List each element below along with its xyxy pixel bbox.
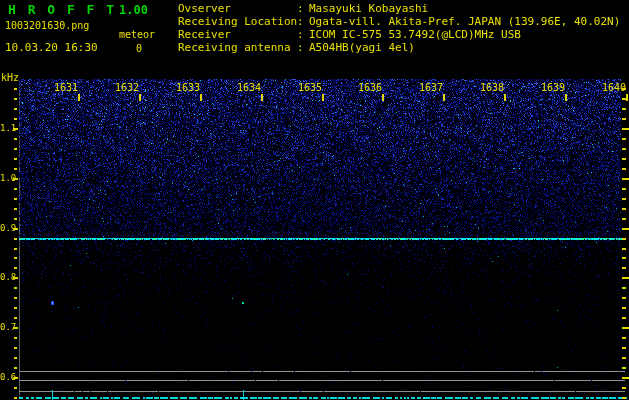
freq-tick-label: 1.1 xyxy=(0,123,13,134)
time-tick-label: 1639 xyxy=(539,82,565,93)
info-value: Masayuki Kobayashi xyxy=(309,2,428,15)
time-tick-label: 1640 xyxy=(600,82,626,93)
freq-tick-label: 0.9 xyxy=(0,223,13,234)
frequency-unit-label: kHz xyxy=(1,72,19,83)
time-tick-label: 1637 xyxy=(417,82,443,93)
info-label: Receiver xyxy=(178,28,297,41)
info-row: Receiving antenna:A504HB(yagi 4el) xyxy=(178,41,620,54)
station-info-block: Ovserver:Masayuki KobayashiReceiving Loc… xyxy=(178,2,620,54)
info-colon: : xyxy=(297,28,309,41)
freq-tick-label: 0.8 xyxy=(0,272,13,283)
time-tick-label: 1636 xyxy=(356,82,382,93)
freq-tick-label: 1.0 xyxy=(0,173,13,184)
info-label: Receiving Location xyxy=(178,15,297,28)
info-row: Receiver:ICOM IC-575 53.7492(@LCD)MHz US… xyxy=(178,28,620,41)
info-label: Receiving antenna xyxy=(178,41,297,54)
info-label: Ovserver xyxy=(178,2,297,15)
info-value: ICOM IC-575 53.7492(@LCD)MHz USB xyxy=(309,28,521,41)
time-tick-label: 1634 xyxy=(235,82,261,93)
info-colon: : xyxy=(297,41,309,54)
time-tick-label: 1635 xyxy=(296,82,322,93)
info-row: Receiving Location:Ogata-vill. Akita-Pre… xyxy=(178,15,620,28)
meteor-counter-label: meteor xyxy=(119,29,155,40)
time-tick-label: 1633 xyxy=(174,82,200,93)
date-time: 10.03.20 16:30 xyxy=(5,41,98,54)
freq-tick-label: 0.7 xyxy=(0,322,13,333)
info-value: Ogata-vill. Akita-Pref. JAPAN (139.96E, … xyxy=(309,15,620,28)
time-tick-label: 1638 xyxy=(478,82,504,93)
freq-tick-label: 0.6 xyxy=(0,372,13,383)
time-tick-label: 1631 xyxy=(52,82,78,93)
hrofft-screen: H R O F F T 1.00 1003201630.png 10.03.20… xyxy=(0,0,629,400)
info-colon: : xyxy=(297,2,309,15)
time-tick-label: 1632 xyxy=(113,82,139,93)
info-row: Ovserver:Masayuki Kobayashi xyxy=(178,2,620,15)
app-version: 1.00 xyxy=(119,3,148,17)
meteor-counter-value: 0 xyxy=(136,43,142,54)
output-filename: 1003201630.png xyxy=(5,20,89,31)
spectrogram-canvas xyxy=(0,0,629,400)
info-colon: : xyxy=(297,15,309,28)
app-title: H R O F F T xyxy=(8,2,116,17)
info-value: A504HB(yagi 4el) xyxy=(309,41,415,54)
